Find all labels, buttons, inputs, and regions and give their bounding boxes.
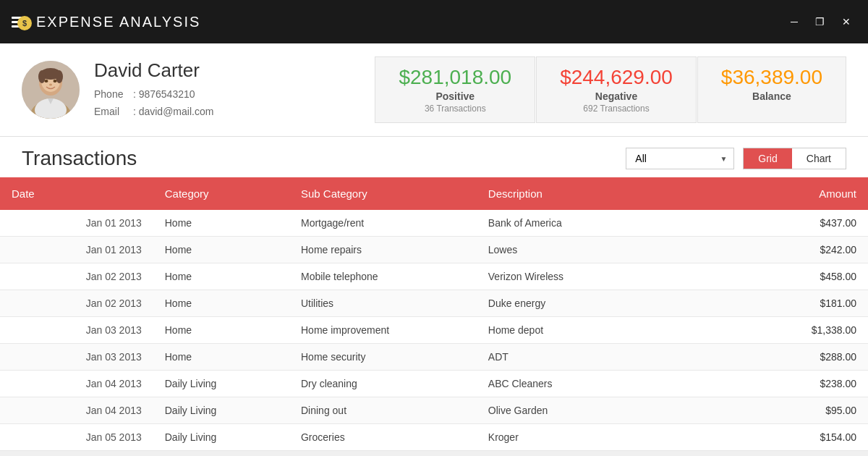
minimize-button[interactable]: ─ xyxy=(785,14,804,29)
view-toggle: Grid Chart xyxy=(743,148,846,169)
svg-point-5 xyxy=(38,70,46,83)
col-header-date: Date xyxy=(0,177,153,210)
stats-section: $281,018.00 Positive 36 Transactions $24… xyxy=(375,56,846,123)
email-label: Email xyxy=(94,104,130,121)
cell-amount: $95.00 xyxy=(698,397,868,424)
balance-label: Balance xyxy=(721,90,822,102)
table-header: Date Category Sub Category Description A… xyxy=(0,177,868,210)
chart-view-button[interactable]: Chart xyxy=(792,148,846,169)
negative-label: Negative xyxy=(560,90,673,102)
stat-negative: $244,629.00 Negative 692 Transactions xyxy=(536,56,697,123)
cell-subcategory: Utilities xyxy=(289,290,477,317)
cell-subcategory: Mortgage/rent xyxy=(289,210,477,237)
transactions-section: Transactions All Home Daily Living Trans… xyxy=(0,137,868,451)
table-row: Jan 03 2013 Home Home security ADT $288.… xyxy=(0,344,868,371)
cell-category: Daily Living xyxy=(153,424,289,451)
col-header-description: Description xyxy=(477,177,698,210)
cell-amount: $238.00 xyxy=(698,371,868,397)
cell-subcategory: Dry cleaning xyxy=(289,371,477,397)
cell-subcategory: Groceries xyxy=(289,424,477,451)
header-row: Date Category Sub Category Description A… xyxy=(0,177,868,210)
transactions-table: Date Category Sub Category Description A… xyxy=(0,177,868,451)
cell-description: Kroger xyxy=(477,424,698,451)
cell-amount: $288.00 xyxy=(698,344,868,371)
cell-description: ADT xyxy=(477,344,698,371)
cell-category: Home xyxy=(153,317,289,344)
cell-amount: $458.00 xyxy=(698,263,868,290)
cell-description: Bank of America xyxy=(477,210,698,237)
profile-section: David Carter Phone : 9876543210 Email : … xyxy=(0,43,868,137)
table-row: Jan 04 2013 Daily Living Dining out Oliv… xyxy=(0,397,868,424)
svg-point-6 xyxy=(56,70,63,83)
cell-date: Jan 03 2013 xyxy=(0,317,153,344)
table-row: Jan 01 2013 Home Home repairs Lowes $242… xyxy=(0,237,868,263)
profile-info: David Carter Phone : 9876543210 Email : … xyxy=(94,59,213,121)
positive-sub: 36 Transactions xyxy=(399,104,511,114)
grid-view-button[interactable]: Grid xyxy=(744,148,791,169)
cell-category: Home xyxy=(153,237,289,263)
stat-balance: $36,389.00 Balance xyxy=(697,56,846,123)
table-row: Jan 01 2013 Home Mortgage/rent Bank of A… xyxy=(0,210,868,237)
transactions-title: Transactions xyxy=(22,147,137,170)
table-row: Jan 03 2013 Home Home improvement Home d… xyxy=(0,317,868,344)
table-row: Jan 02 2013 Home Mobile telephone Verizo… xyxy=(0,263,868,290)
profile-name: David Carter xyxy=(94,59,213,82)
table-row: Jan 04 2013 Daily Living Dry cleaning AB… xyxy=(0,371,868,397)
title-bar: $ EXPENSE ANALYSIS ─ ❐ ✕ xyxy=(0,0,868,43)
cell-date: Jan 02 2013 xyxy=(0,263,153,290)
col-header-category: Category xyxy=(153,177,289,210)
col-header-amount: Amount xyxy=(698,177,868,210)
cell-date: Jan 05 2013 xyxy=(0,424,153,451)
cell-subcategory: Home security xyxy=(289,344,477,371)
cell-category: Home xyxy=(153,290,289,317)
profile-left: David Carter Phone : 9876543210 Email : … xyxy=(22,59,213,121)
svg-point-10 xyxy=(54,80,57,83)
svg-point-9 xyxy=(45,80,48,83)
cell-date: Jan 01 2013 xyxy=(0,237,153,263)
cell-category: Home xyxy=(153,263,289,290)
positive-amount: $281,018.00 xyxy=(399,66,511,89)
negative-sub: 692 Transactions xyxy=(560,104,673,114)
cell-subcategory: Mobile telephone xyxy=(289,263,477,290)
col-header-subcategory: Sub Category xyxy=(289,177,477,210)
svg-point-11 xyxy=(49,84,52,86)
header-controls: All Home Daily Living Transportation Ent… xyxy=(626,148,846,169)
close-button[interactable]: ✕ xyxy=(836,14,856,29)
avatar xyxy=(22,61,80,119)
cell-description: Home depot xyxy=(477,317,698,344)
stat-positive: $281,018.00 Positive 36 Transactions xyxy=(375,56,535,123)
table-row: Jan 02 2013 Home Utilities Duke energy $… xyxy=(0,290,868,317)
cell-amount: $242.00 xyxy=(698,237,868,263)
cell-category: Home xyxy=(153,210,289,237)
cell-amount: $437.00 xyxy=(698,210,868,237)
cell-date: Jan 04 2013 xyxy=(0,397,153,424)
cell-amount: $181.00 xyxy=(698,290,868,317)
cell-amount: $154.00 xyxy=(698,424,868,451)
positive-label: Positive xyxy=(399,90,511,102)
title-bar-left: $ EXPENSE ANALYSIS xyxy=(12,14,200,30)
cell-subcategory: Home improvement xyxy=(289,317,477,344)
filter-wrapper: All Home Daily Living Transportation Ent… xyxy=(626,148,734,169)
app-title: EXPENSE ANALYSIS xyxy=(36,14,200,30)
cell-date: Jan 02 2013 xyxy=(0,290,153,317)
cell-category: Home xyxy=(153,344,289,371)
window-controls: ─ ❐ ✕ xyxy=(785,14,856,29)
balance-amount: $36,389.00 xyxy=(721,66,822,89)
table-body: Jan 01 2013 Home Mortgage/rent Bank of A… xyxy=(0,210,868,451)
cell-date: Jan 01 2013 xyxy=(0,210,153,237)
cell-description: Verizon Wireless xyxy=(477,263,698,290)
cell-description: Olive Garden xyxy=(477,397,698,424)
cell-category: Daily Living xyxy=(153,371,289,397)
cell-date: Jan 03 2013 xyxy=(0,344,153,371)
cell-subcategory: Home repairs xyxy=(289,237,477,263)
money-icon: $ xyxy=(17,16,32,30)
cell-subcategory: Dining out xyxy=(289,397,477,424)
cell-amount: $1,338.00 xyxy=(698,317,868,344)
cell-description: ABC Cleaners xyxy=(477,371,698,397)
category-filter[interactable]: All Home Daily Living Transportation Ent… xyxy=(626,148,734,169)
maximize-button[interactable]: ❐ xyxy=(809,14,830,29)
phone-label: Phone xyxy=(94,86,130,104)
profile-phone: Phone : 9876543210 xyxy=(94,86,213,104)
transactions-header: Transactions All Home Daily Living Trans… xyxy=(0,137,868,177)
negative-amount: $244,629.00 xyxy=(560,66,673,89)
